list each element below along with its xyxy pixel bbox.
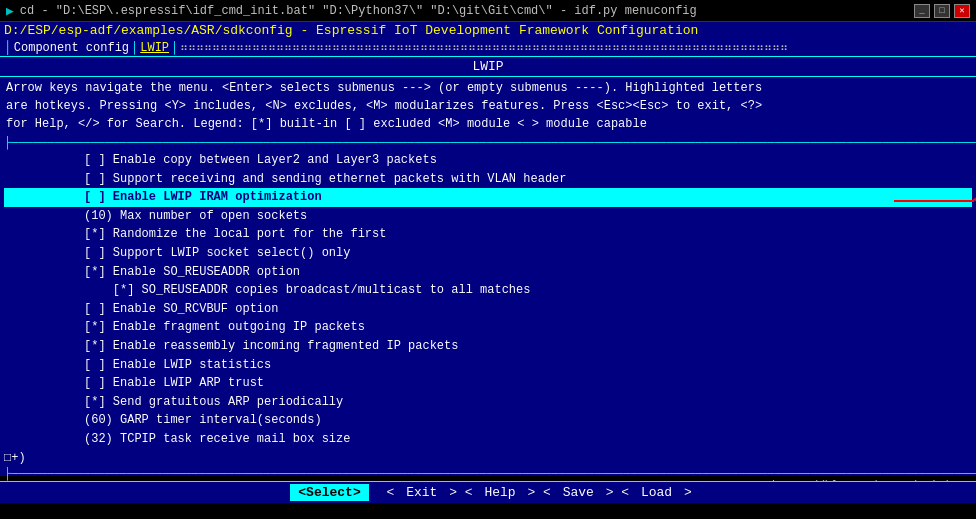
menu-item-6[interactable]: [ ] Support LWIP socket select() only: [4, 244, 972, 263]
divider-bottom: ├───────────────────────────────────────…: [0, 467, 976, 481]
btn-separator-1: <: [387, 485, 403, 500]
btn-select[interactable]: <Select>: [290, 484, 368, 501]
divider-top: ├───────────────────────────────────────…: [0, 136, 976, 150]
btn-separator-5: >: [684, 485, 692, 500]
minimize-button[interactable]: _: [914, 4, 930, 18]
btn-save[interactable]: Save: [563, 485, 594, 500]
menu-item-2[interactable]: [ ] Support receiving and sending ethern…: [4, 170, 972, 189]
button-bar: <Select> < Exit > < Help > < Save > < Lo…: [0, 481, 976, 503]
menu-item-16[interactable]: (32) TCPIP task receive mail box size: [4, 430, 972, 449]
menu-item-1[interactable]: [ ] Enable copy between Layer2 and Layer…: [4, 151, 972, 170]
window-icon: ▶: [6, 3, 14, 19]
menu-item-13[interactable]: [ ] Enable LWIP ARP trust: [4, 374, 972, 393]
menu-item-11[interactable]: [*] Enable reassembly incoming fragmente…: [4, 337, 972, 356]
menu-item-12[interactable]: [ ] Enable LWIP statistics: [4, 356, 972, 375]
window: ▶ cd - "D:\ESP\.espressif\idf_cmd_init.b…: [0, 0, 976, 519]
menu-list: [ ] Enable copy between Layer2 and Layer…: [0, 151, 976, 449]
menu-item-4[interactable]: (10) Max number of open sockets: [4, 207, 972, 226]
tab-border-left: │: [4, 40, 12, 56]
info-text: Arrow keys navigate the menu. <Enter> se…: [0, 77, 976, 135]
menu-item-15[interactable]: (60) GARP timer interval(seconds): [4, 411, 972, 430]
tab-separator-2: │: [171, 40, 178, 56]
tab-separator-1: │: [131, 40, 138, 56]
tab-lwip[interactable]: LWIP: [140, 40, 169, 56]
btn-separator-2: > <: [449, 485, 480, 500]
tab-component-config[interactable]: Component config: [14, 40, 129, 56]
tab-more: ⠶⠶⠶⠶⠶⠶⠶⠶⠶⠶⠶⠶⠶⠶⠶⠶⠶⠶⠶⠶⠶⠶⠶⠶⠶⠶⠶⠶⠶⠶⠶⠶⠶⠶⠶⠶⠶⠶⠶⠶…: [180, 40, 788, 56]
menu-item-5[interactable]: [*] Randomize the local port for the fir…: [4, 225, 972, 244]
arrow-annotation: ◄: [894, 188, 976, 213]
menu-item-9[interactable]: [ ] Enable SO_RCVBUF option: [4, 300, 972, 319]
menu-item-10[interactable]: [*] Enable fragment outgoing IP packets: [4, 318, 972, 337]
info-line-1: Arrow keys navigate the menu. <Enter> se…: [6, 79, 970, 97]
btn-load[interactable]: Load: [641, 485, 672, 500]
restore-button[interactable]: □: [934, 4, 950, 18]
tab-bar: │ Component config │ LWIP │ ⠶⠶⠶⠶⠶⠶⠶⠶⠶⠶⠶⠶…: [0, 40, 976, 56]
close-button[interactable]: ✕: [954, 4, 970, 18]
section-title: LWIP: [0, 56, 976, 77]
menu-item-8[interactable]: [*] SO_REUSEADDR copies broadcast/multic…: [4, 281, 972, 300]
menu-item-3[interactable]: [ ] Enable LWIP IRAM optimization ◄: [4, 188, 972, 207]
menu-item-14[interactable]: [*] Send gratuitous ARP periodically: [4, 393, 972, 412]
title-text: cd - "D:\ESP\.espressif\idf_cmd_init.bat…: [20, 4, 914, 18]
path-bar: D:/ESP/esp-adf/examples/ASR/sdkconfig - …: [0, 22, 976, 40]
info-line-3: for Help, </> for Search. Legend: [*] bu…: [6, 115, 970, 133]
btn-exit[interactable]: Exit: [406, 485, 437, 500]
menu-item-7[interactable]: [*] Enable SO_REUSEADDR option: [4, 263, 972, 282]
info-line-2: are hotkeys. Pressing <Y> includes, <N> …: [6, 97, 970, 115]
content-area: LWIP Arrow keys navigate the menu. <Ente…: [0, 56, 976, 476]
btn-help[interactable]: Help: [484, 485, 515, 500]
title-bar: ▶ cd - "D:\ESP\.espressif\idf_cmd_init.b…: [0, 0, 976, 22]
bottom-status: □+): [0, 449, 976, 467]
btn-separator-4: > <: [606, 485, 637, 500]
btn-separator-3: > <: [527, 485, 558, 500]
